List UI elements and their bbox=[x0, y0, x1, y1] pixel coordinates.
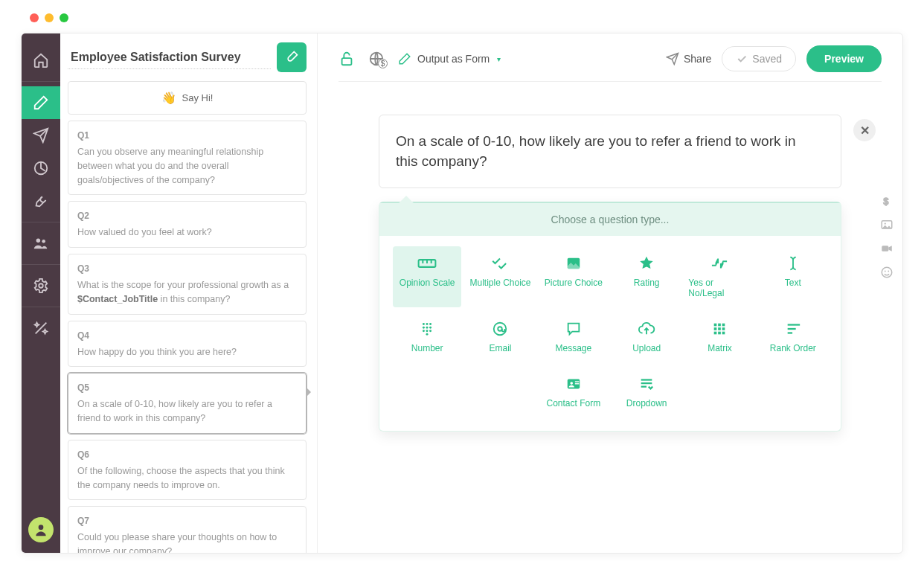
tool-image-icon[interactable] bbox=[880, 218, 893, 231]
svg-point-27 bbox=[429, 330, 431, 332]
app-frame: Employee Satisfaction Survey 👋 Say Hi! Q… bbox=[21, 33, 903, 554]
share-button[interactable]: Share bbox=[666, 52, 711, 65]
question-card-q7[interactable]: Q7Could you please share your thoughts o… bbox=[68, 506, 307, 553]
wave-icon: 👋 bbox=[161, 91, 176, 105]
qtype-label: Yes or No/Legal bbox=[688, 278, 751, 298]
tool-emoji-icon[interactable] bbox=[880, 266, 893, 279]
sidebar-gear[interactable] bbox=[22, 269, 60, 302]
question-label: Q4 bbox=[77, 329, 297, 342]
svg-rect-33 bbox=[722, 324, 725, 327]
qtype-label: Matrix bbox=[708, 343, 732, 353]
svg-rect-5 bbox=[342, 58, 352, 65]
svg-point-11 bbox=[882, 267, 892, 278]
qtype-label: Message bbox=[555, 343, 591, 353]
sidebar-settings-tool[interactable] bbox=[22, 185, 60, 217]
question-card-q3[interactable]: Q3What is the scope for your professiona… bbox=[68, 254, 307, 315]
svg-rect-31 bbox=[714, 324, 717, 327]
question-card-q6[interactable]: Q6Of the following, choose the aspects t… bbox=[68, 440, 307, 501]
qtype-picture-choice[interactable]: Picture Choice bbox=[539, 246, 608, 307]
question-card-q2[interactable]: Q2How valued do you feel at work? bbox=[68, 201, 307, 248]
user-avatar[interactable] bbox=[28, 517, 54, 542]
qtype-dropdown[interactable]: Dropdown bbox=[612, 367, 681, 417]
question-card-q5[interactable]: Q5On a scale of 0-10, how likely are you… bbox=[68, 373, 307, 434]
yes-no-icon bbox=[710, 255, 729, 272]
saved-status: Saved bbox=[722, 46, 796, 71]
question-title-input[interactable]: On a scale of 0-10, how likely are you t… bbox=[379, 115, 841, 188]
preview-button[interactable]: Preview bbox=[806, 45, 882, 72]
question-text: How happy do you think you are here? bbox=[77, 345, 297, 359]
multiple-choice-icon bbox=[490, 255, 510, 272]
close-window-dot[interactable] bbox=[30, 13, 39, 22]
svg-rect-10 bbox=[882, 246, 888, 251]
qtype-message[interactable]: Message bbox=[539, 312, 608, 362]
question-text: Could you please share your thoughts on … bbox=[77, 531, 297, 553]
question-card-q1[interactable]: Q1Can you observe any meaningful relatio… bbox=[68, 121, 307, 195]
question-text: How valued do you feel at work? bbox=[77, 225, 297, 240]
qtype-label: Rank Order bbox=[770, 343, 816, 353]
theme-brush-button[interactable] bbox=[277, 42, 307, 72]
qtype-label: Text bbox=[785, 278, 801, 288]
svg-point-25 bbox=[423, 330, 425, 332]
say-hi-block[interactable]: 👋 Say Hi! bbox=[68, 81, 307, 115]
preview-label: Preview bbox=[824, 53, 864, 65]
svg-rect-37 bbox=[714, 332, 717, 335]
qtype-label: Contact Form bbox=[546, 398, 600, 408]
qtype-yes-no[interactable]: Yes or No/Legal bbox=[685, 246, 754, 307]
qtype-rating[interactable]: Rating bbox=[612, 246, 681, 307]
qtype-text[interactable]: Text bbox=[759, 246, 827, 307]
svg-rect-46 bbox=[575, 383, 580, 384]
top-bar: $ Output as Form ▾ Share Saved bbox=[339, 45, 882, 82]
email-icon bbox=[490, 321, 510, 337]
svg-text:$: $ bbox=[884, 196, 889, 207]
qtype-multiple-choice[interactable]: Multiple Choice bbox=[466, 246, 534, 307]
svg-point-24 bbox=[429, 327, 431, 329]
close-question-button[interactable]: ✕ bbox=[853, 119, 876, 141]
share-label: Share bbox=[684, 53, 711, 65]
editor-pane: $ Output as Form ▾ Share Saved bbox=[318, 33, 902, 553]
sidebar-team[interactable] bbox=[22, 227, 60, 260]
svg-point-26 bbox=[426, 330, 429, 332]
globe-currency-button[interactable]: $ bbox=[368, 51, 385, 67]
qtype-contact-form[interactable]: Contact Form bbox=[539, 367, 608, 417]
question-text: Of the following, choose the aspects tha… bbox=[77, 464, 297, 493]
opinion-scale-icon bbox=[417, 255, 437, 272]
question-label: Q6 bbox=[77, 448, 297, 461]
minimize-window-dot[interactable] bbox=[45, 13, 54, 22]
question-text: What is the scope for your professional … bbox=[77, 278, 297, 307]
sidebar-analytics[interactable] bbox=[22, 152, 60, 185]
question-label: Q5 bbox=[77, 381, 297, 394]
maximize-window-dot[interactable] bbox=[60, 13, 68, 22]
number-icon bbox=[417, 321, 437, 337]
qtype-rank-order[interactable]: Rank Order bbox=[759, 312, 827, 362]
question-label: Q7 bbox=[77, 514, 297, 528]
output-mode-button[interactable]: Output as Form ▾ bbox=[398, 52, 501, 65]
sidebar-home[interactable] bbox=[22, 44, 60, 77]
question-label: Q2 bbox=[77, 209, 297, 222]
svg-rect-45 bbox=[575, 382, 580, 382]
dropdown-icon bbox=[637, 376, 656, 392]
lock-toggle[interactable] bbox=[339, 51, 355, 67]
qtype-number[interactable]: Number bbox=[393, 312, 461, 362]
text-icon bbox=[783, 255, 803, 272]
output-mode-label: Output as Form bbox=[417, 53, 490, 65]
sidebar-edit[interactable] bbox=[22, 86, 60, 119]
window-traffic-lights bbox=[21, 4, 95, 27]
chevron-down-icon: ▾ bbox=[497, 55, 501, 63]
question-card-q4[interactable]: Q4How happy do you think you are here? bbox=[68, 321, 307, 368]
qtype-upload[interactable]: Upload bbox=[612, 312, 681, 362]
tool-video-icon[interactable] bbox=[880, 242, 893, 255]
svg-point-2 bbox=[42, 240, 45, 243]
qtype-matrix[interactable]: Matrix bbox=[685, 312, 754, 362]
question-label: Q3 bbox=[77, 262, 297, 275]
svg-rect-35 bbox=[719, 327, 722, 330]
qtype-email[interactable]: Email bbox=[466, 312, 534, 362]
qtype-label: Dropdown bbox=[626, 398, 667, 408]
sidebar-magic[interactable] bbox=[22, 312, 60, 345]
svg-point-23 bbox=[426, 327, 429, 329]
qtype-opinion-scale[interactable]: Opinion Scale bbox=[393, 246, 461, 307]
sidebar-send[interactable] bbox=[22, 119, 60, 152]
survey-title[interactable]: Employee Satisfaction Survey bbox=[68, 46, 271, 69]
qtype-header: Choose a question type... bbox=[379, 203, 841, 236]
tool-variable-icon[interactable]: $ bbox=[880, 194, 893, 208]
svg-point-44 bbox=[570, 382, 573, 385]
